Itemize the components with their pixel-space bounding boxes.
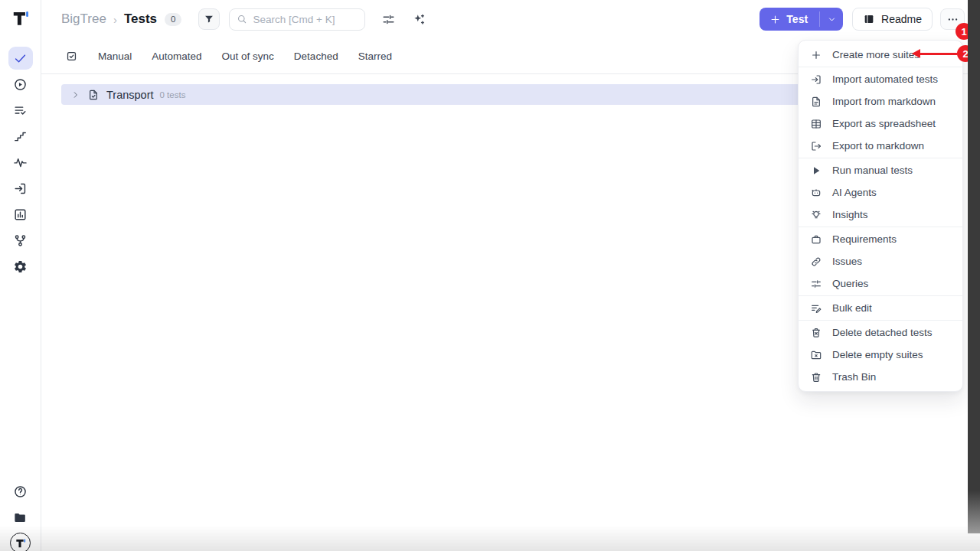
folder-x-icon <box>810 349 822 361</box>
more-actions-menu: Create more suites Import automated test… <box>798 40 963 392</box>
menu-item-label: Delete detached tests <box>832 327 933 338</box>
play-icon <box>810 165 822 177</box>
select-all-button[interactable] <box>65 50 78 63</box>
annotation-arrow <box>920 53 958 56</box>
menu-item-label: Export as spreadsheet <box>832 118 936 129</box>
tab-automated[interactable]: Automated <box>152 51 201 62</box>
tests-count-badge: 0 <box>165 13 181 26</box>
menu-item-label: Run manual tests <box>832 165 913 176</box>
folder-icon <box>13 510 28 525</box>
testomat-logo-icon[interactable] <box>9 7 32 30</box>
create-test-button[interactable]: Test <box>760 8 819 31</box>
briefcase-icon <box>810 233 822 246</box>
sidebar-item-import[interactable] <box>8 177 33 200</box>
menu-item-label: AI Agents <box>832 187 877 198</box>
trash-icon <box>810 371 822 383</box>
menu-item-label: Requirements <box>832 233 897 245</box>
sidebar-item-runs[interactable] <box>8 73 33 96</box>
menu-item-label: Import automated tests <box>832 73 938 85</box>
menu-item-label: Bulk edit <box>832 302 872 314</box>
create-test-label: Test <box>786 13 808 25</box>
menu-item-label: Issues <box>832 256 862 267</box>
file-check-icon <box>87 89 100 101</box>
menu-item-delete-empty-suites[interactable]: Delete empty suites <box>799 344 962 366</box>
menu-item-export-as-spreadsheet[interactable]: Export as spreadsheet <box>799 112 962 135</box>
page-title: Tests <box>124 11 157 27</box>
account-logo-icon[interactable] <box>10 533 31 551</box>
menu-item-insights[interactable]: Insights <box>799 204 962 226</box>
bar-chart-icon <box>13 207 28 222</box>
search-input[interactable] <box>253 14 358 25</box>
robot-icon <box>810 187 822 199</box>
tab-starred[interactable]: Starred <box>358 51 392 62</box>
ellipsis-icon <box>946 13 959 26</box>
menu-item-issues[interactable]: Issues <box>799 250 962 272</box>
view-settings-button[interactable] <box>381 12 396 27</box>
sidebar-item-pulse[interactable] <box>8 151 33 174</box>
menu-item-requirements[interactable]: Requirements <box>799 228 962 250</box>
sliders-icon <box>381 12 396 27</box>
table-icon <box>810 118 822 130</box>
menu-item-trash-bin[interactable]: Trash Bin <box>799 366 962 388</box>
sidebar-item-branches[interactable] <box>8 229 33 252</box>
gear-icon <box>13 259 28 274</box>
suite-meta: 0 tests <box>160 90 186 99</box>
create-test-dropdown-button[interactable] <box>820 8 843 31</box>
menu-item-delete-detached-tests[interactable]: Delete detached tests <box>799 321 962 344</box>
play-circle-icon <box>13 77 28 92</box>
search-box[interactable] <box>229 8 365 31</box>
tab-out-of-sync[interactable]: Out of sync <box>222 51 274 62</box>
screen-edge-right <box>968 0 980 533</box>
menu-item-label: Insights <box>832 209 868 220</box>
sidebar-item-help[interactable] <box>8 480 33 503</box>
menu-item-queries[interactable]: Queries <box>799 272 962 295</box>
menu-item-export-to-markdown[interactable]: Export to markdown <box>799 135 962 157</box>
readme-button[interactable]: Readme <box>852 8 933 31</box>
sidebar-item-tests[interactable] <box>8 47 33 70</box>
tab-detached[interactable]: Detached <box>294 51 338 62</box>
sidebar-item-milestones[interactable] <box>8 125 33 148</box>
bulk-edit-icon <box>810 302 822 315</box>
sidebar-nav <box>8 47 33 278</box>
breadcrumb-separator: › <box>113 13 117 26</box>
menu-item-run-manual-tests[interactable]: Run manual tests <box>799 159 962 181</box>
chevron-right-icon[interactable] <box>71 90 80 99</box>
sidebar-item-plans[interactable] <box>8 99 33 122</box>
readme-label: Readme <box>881 13 922 25</box>
menu-item-label: Trash Bin <box>832 371 876 383</box>
suite-name: Transport <box>106 89 154 101</box>
sidebar-nav-bottom <box>8 480 33 529</box>
book-icon <box>863 13 875 25</box>
link-icon <box>810 256 822 268</box>
sliders-icon <box>810 278 822 290</box>
funnel-icon <box>204 14 214 24</box>
header: BigTree › Tests 0 Test Readme <box>41 0 980 38</box>
help-circle-icon <box>13 484 28 499</box>
main-area: BigTree › Tests 0 Test Readme <box>41 0 980 551</box>
menu-item-import-from-markdown[interactable]: Import from markdown <box>799 90 962 112</box>
check-icon <box>13 51 28 66</box>
branch-icon <box>13 233 28 248</box>
sidebar-item-projects[interactable] <box>8 506 33 529</box>
breadcrumb-project[interactable]: BigTree <box>61 11 106 27</box>
filter-button[interactable] <box>198 8 220 30</box>
file-lines-icon <box>810 96 822 108</box>
lightbulb-icon <box>810 209 822 221</box>
stairs-icon <box>13 129 28 144</box>
box-arrow-in-icon <box>810 73 822 86</box>
menu-item-label: Import from markdown <box>832 96 936 107</box>
sidebar-item-analytics[interactable] <box>8 203 33 226</box>
ai-assistant-button[interactable] <box>412 12 426 27</box>
menu-item-import-automated-tests[interactable]: Import automated tests <box>799 68 962 90</box>
tab-manual[interactable]: Manual <box>98 51 132 62</box>
box-arrow-in-icon <box>13 181 28 196</box>
menu-item-label: Export to markdown <box>832 140 924 152</box>
list-check-icon <box>13 103 28 118</box>
plus-icon <box>810 49 822 61</box>
sparkles-icon <box>412 12 426 27</box>
select-all-icon <box>65 50 78 63</box>
sidebar-item-settings[interactable] <box>8 255 33 278</box>
menu-item-ai-agents[interactable]: AI Agents <box>799 181 962 204</box>
magnifier-icon <box>237 14 247 24</box>
menu-item-bulk-edit[interactable]: Bulk edit <box>799 297 962 319</box>
